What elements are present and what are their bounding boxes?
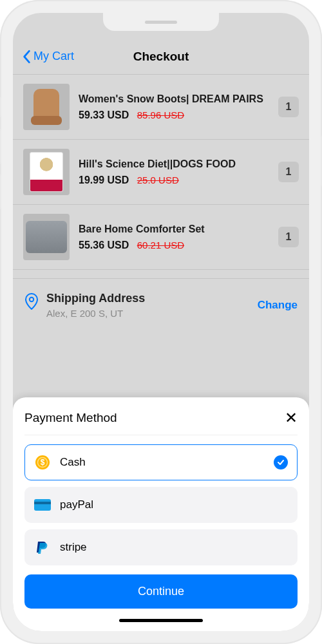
chevron-left-icon bbox=[22, 50, 31, 64]
payment-option-label: payPal bbox=[60, 498, 93, 511]
payment-option-stripe[interactable]: stripe bbox=[24, 529, 298, 565]
product-thumb bbox=[23, 84, 70, 130]
screen: My Cart Checkout Women's Snow Boots| DRE… bbox=[13, 13, 309, 631]
speaker bbox=[145, 21, 177, 24]
notch bbox=[103, 13, 219, 31]
coin-icon: $ bbox=[34, 454, 51, 471]
shipping-section: Shipping Address Alex, E 200 S, UT Chang… bbox=[13, 279, 309, 332]
continue-button[interactable]: Continue bbox=[24, 574, 298, 609]
product-name: Bare Home Comforter Set bbox=[79, 223, 269, 236]
change-address-link[interactable]: Change bbox=[258, 299, 298, 312]
shipping-title: Shipping Address bbox=[46, 292, 250, 305]
product-orig-price: 60.21 USD bbox=[137, 240, 184, 251]
volume-down bbox=[0, 174, 1, 209]
location-pin-icon bbox=[24, 293, 39, 312]
volume-up bbox=[0, 129, 1, 164]
payment-option-label: stripe bbox=[60, 541, 87, 554]
product-thumb bbox=[23, 149, 70, 195]
shipping-address: Alex, E 200 S, UT bbox=[46, 308, 250, 319]
product-name: Women's Snow Boots| DREAM PAIRS bbox=[79, 93, 269, 106]
back-button[interactable]: My Cart bbox=[22, 50, 74, 64]
product-price: 59.33 USD bbox=[79, 109, 129, 120]
payment-sheet: Payment Method ✕ $ Cash pay bbox=[13, 397, 309, 631]
product-orig-price: 25.0 USD bbox=[137, 175, 179, 185]
svg-point-0 bbox=[30, 298, 33, 301]
svg-text:$: $ bbox=[41, 458, 45, 467]
cart-item[interactable]: Bare Home Comforter Set 55.36 USD 60.21 … bbox=[13, 205, 309, 270]
section-gap bbox=[13, 270, 309, 279]
navbar: My Cart Checkout bbox=[13, 39, 309, 75]
check-icon bbox=[274, 455, 288, 469]
product-price: 19.99 USD bbox=[79, 175, 129, 185]
payment-option-label: Cash bbox=[60, 456, 86, 469]
product-info: Women's Snow Boots| DREAM PAIRS 59.33 US… bbox=[79, 93, 269, 121]
cart-item[interactable]: Hill's Science Diet||DOGS FOOD 19.99 USD… bbox=[13, 140, 309, 205]
cart-item[interactable]: Women's Snow Boots| DREAM PAIRS 59.33 US… bbox=[13, 75, 309, 140]
quantity-badge[interactable]: 1 bbox=[278, 227, 299, 247]
product-orig-price: 85.96 USD bbox=[137, 109, 184, 120]
card-icon bbox=[34, 497, 51, 513]
phone-frame: My Cart Checkout Women's Snow Boots| DRE… bbox=[0, 0, 322, 644]
product-info: Bare Home Comforter Set 55.36 USD 60.21 … bbox=[79, 223, 269, 251]
sheet-title: Payment Method bbox=[24, 411, 117, 425]
quantity-badge[interactable]: 1 bbox=[278, 97, 299, 117]
back-label: My Cart bbox=[33, 50, 74, 63]
payment-option-paypal[interactable]: payPal bbox=[24, 487, 298, 523]
product-price: 55.36 USD bbox=[79, 240, 129, 251]
home-indicator[interactable] bbox=[119, 619, 203, 622]
svg-rect-4 bbox=[34, 499, 51, 511]
svg-rect-5 bbox=[34, 502, 51, 504]
close-icon[interactable]: ✕ bbox=[285, 410, 298, 426]
quantity-badge[interactable]: 1 bbox=[278, 162, 299, 182]
payment-option-cash[interactable]: $ Cash bbox=[24, 444, 298, 480]
product-name: Hill's Science Diet||DOGS FOOD bbox=[79, 158, 269, 171]
mute-switch bbox=[0, 97, 1, 117]
paypal-icon bbox=[34, 539, 51, 556]
product-info: Hill's Science Diet||DOGS FOOD 19.99 USD… bbox=[79, 158, 269, 186]
product-thumb bbox=[23, 214, 70, 260]
